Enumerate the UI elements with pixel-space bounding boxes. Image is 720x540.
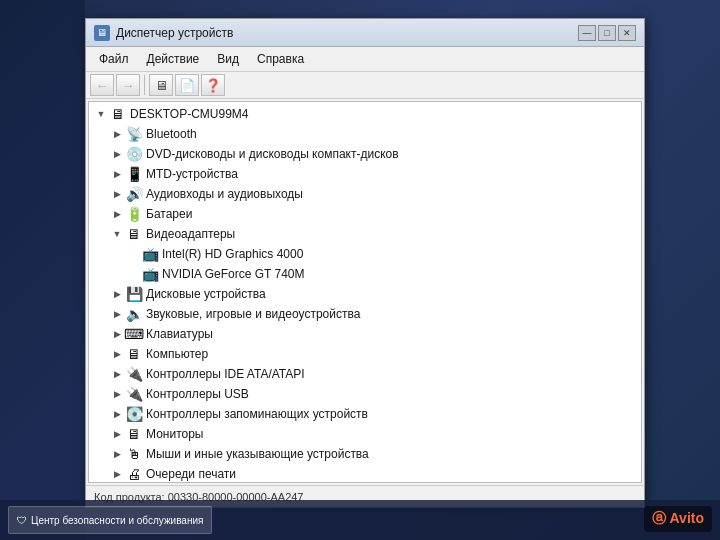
tree-item-label: Мониторы bbox=[146, 427, 203, 441]
tree-item-label: DVD-дисководы и дисководы компакт-дисков bbox=[146, 147, 399, 161]
content-area: ▼ 🖥 DESKTOP-CMU99M4 ▶ 📡 Bluetooth ▶ 💿 DV… bbox=[86, 99, 644, 485]
tree-item[interactable]: ▶ 🔌 Контроллеры IDE ATA/ATAPI bbox=[91, 364, 639, 384]
computer-button[interactable]: 🖥 bbox=[149, 74, 173, 96]
tree-item-label: NVIDIA GeForce GT 740M bbox=[162, 267, 305, 281]
menu-bar: Файл Действие Вид Справка bbox=[86, 47, 644, 72]
tree-toggle[interactable]: ▶ bbox=[109, 126, 125, 142]
taskbar-item-security[interactable]: 🛡 Центр безопасности и обслуживания bbox=[8, 506, 212, 534]
tree-item-icon: 🔌 bbox=[125, 366, 143, 382]
tree-item[interactable]: ▶ ⌨ Клавиатуры bbox=[91, 324, 639, 344]
tree-item[interactable]: ▶ 🖥 Компьютер bbox=[91, 344, 639, 364]
tree-item-label: Компьютер bbox=[146, 347, 208, 361]
taskbar-icon: 🛡 bbox=[17, 515, 27, 526]
tree-item-icon: 🖥 bbox=[125, 226, 143, 242]
tree-item[interactable]: 📺 NVIDIA GeForce GT 740M bbox=[91, 264, 639, 284]
menu-help[interactable]: Справка bbox=[248, 49, 313, 69]
tree-item-icon: 🔊 bbox=[125, 186, 143, 202]
tree-item-label: Батареи bbox=[146, 207, 192, 221]
window-icon: 🖥 bbox=[94, 25, 110, 41]
device-tree[interactable]: ▼ 🖥 DESKTOP-CMU99M4 ▶ 📡 Bluetooth ▶ 💿 DV… bbox=[88, 101, 642, 483]
tree-toggle[interactable]: ▶ bbox=[109, 286, 125, 302]
menu-action[interactable]: Действие bbox=[138, 49, 209, 69]
tree-toggle[interactable]: ▶ bbox=[109, 426, 125, 442]
tree-item[interactable]: ▶ 💽 Контроллеры запоминающих устройств bbox=[91, 404, 639, 424]
close-button[interactable]: ✕ bbox=[618, 25, 636, 41]
taskbar: 🛡 Центр безопасности и обслуживания bbox=[0, 500, 720, 540]
tree-toggle[interactable]: ▼ bbox=[109, 226, 125, 242]
tree-item-label: Мыши и иные указывающие устройства bbox=[146, 447, 369, 461]
taskbar-label: Центр безопасности и обслуживания bbox=[31, 515, 203, 526]
avito-badge: ⓐ Avito bbox=[644, 506, 712, 532]
tree-item-icon: 🖱 bbox=[125, 446, 143, 462]
menu-file[interactable]: Файл bbox=[90, 49, 138, 69]
tree-toggle[interactable]: ▶ bbox=[109, 186, 125, 202]
minimize-button[interactable]: — bbox=[578, 25, 596, 41]
tree-item-icon: 🖥 bbox=[125, 346, 143, 362]
root-label: DESKTOP-CMU99M4 bbox=[130, 107, 248, 121]
title-bar: 🖥 Диспетчер устройств — □ ✕ bbox=[86, 19, 644, 47]
tree-root[interactable]: ▼ 🖥 DESKTOP-CMU99M4 bbox=[91, 104, 639, 124]
tree-toggle[interactable]: ▶ bbox=[109, 146, 125, 162]
tree-item-label: Bluetooth bbox=[146, 127, 197, 141]
tree-toggle[interactable]: ▶ bbox=[109, 326, 125, 342]
tree-item[interactable]: ▼ 🖥 Видеоадаптеры bbox=[91, 224, 639, 244]
tree-item-label: Очереди печати bbox=[146, 467, 236, 481]
tree-toggle[interactable]: ▶ bbox=[109, 386, 125, 402]
toolbar-separator bbox=[144, 75, 145, 95]
tree-item-icon: 📡 bbox=[125, 126, 143, 142]
tree-toggle[interactable]: ▶ bbox=[109, 446, 125, 462]
tree-item[interactable]: ▶ 💾 Дисковые устройства bbox=[91, 284, 639, 304]
tree-item[interactable]: 📺 Intel(R) HD Graphics 4000 bbox=[91, 244, 639, 264]
tree-toggle[interactable]: ▶ bbox=[109, 166, 125, 182]
tree-toggle[interactable]: ▶ bbox=[109, 306, 125, 322]
tree-item-icon: ⌨ bbox=[125, 326, 143, 342]
tree-toggle[interactable]: ▶ bbox=[109, 346, 125, 362]
tree-item-icon: 📺 bbox=[141, 266, 159, 282]
tree-item-icon: 🖨 bbox=[125, 466, 143, 482]
tree-item[interactable]: ▶ 🖱 Мыши и иные указывающие устройства bbox=[91, 444, 639, 464]
tree-toggle[interactable]: ▶ bbox=[109, 206, 125, 222]
tree-item-icon: 🔈 bbox=[125, 306, 143, 322]
tree-toggle-empty bbox=[125, 246, 141, 262]
device-manager-window: 🖥 Диспетчер устройств — □ ✕ Файл Действи… bbox=[85, 18, 645, 508]
toolbar: ← → 🖥 📄 ❓ bbox=[86, 72, 644, 99]
forward-button[interactable]: → bbox=[116, 74, 140, 96]
root-icon: 🖥 bbox=[109, 106, 127, 122]
back-button[interactable]: ← bbox=[90, 74, 114, 96]
tree-item-icon: 💽 bbox=[125, 406, 143, 422]
properties-button[interactable]: 📄 bbox=[175, 74, 199, 96]
tree-item[interactable]: ▶ 🔋 Батареи bbox=[91, 204, 639, 224]
tree-toggle[interactable]: ▶ bbox=[109, 406, 125, 422]
tree-item-icon: 📺 bbox=[141, 246, 159, 262]
tree-item-label: Контроллеры IDE ATA/ATAPI bbox=[146, 367, 305, 381]
tree-toggle[interactable]: ▶ bbox=[109, 366, 125, 382]
tree-item-icon: 🔌 bbox=[125, 386, 143, 402]
tree-item[interactable]: ▶ 🖥 Мониторы bbox=[91, 424, 639, 444]
tree-item[interactable]: ▶ 🔊 Аудиовходы и аудиовыходы bbox=[91, 184, 639, 204]
tree-item-icon: 💾 bbox=[125, 286, 143, 302]
tree-item[interactable]: ▶ 🔈 Звуковые, игровые и видеоустройства bbox=[91, 304, 639, 324]
tree-item-icon: 🖥 bbox=[125, 426, 143, 442]
tree-item-icon: 💿 bbox=[125, 146, 143, 162]
menu-view[interactable]: Вид bbox=[208, 49, 248, 69]
tree-item-label: Клавиатуры bbox=[146, 327, 213, 341]
tree-item[interactable]: ▶ 📡 Bluetooth bbox=[91, 124, 639, 144]
tree-item-label: Аудиовходы и аудиовыходы bbox=[146, 187, 303, 201]
help-button[interactable]: ❓ bbox=[201, 74, 225, 96]
tree-item-label: MTD-устройства bbox=[146, 167, 238, 181]
window-controls: — □ ✕ bbox=[578, 25, 636, 41]
tree-item[interactable]: ▶ 🔌 Контроллеры USB bbox=[91, 384, 639, 404]
tree-items: ▶ 📡 Bluetooth ▶ 💿 DVD-дисководы и дисков… bbox=[91, 124, 639, 483]
tree-item-icon: 📱 bbox=[125, 166, 143, 182]
maximize-button[interactable]: □ bbox=[598, 25, 616, 41]
tree-item[interactable]: ▶ 📱 MTD-устройства bbox=[91, 164, 639, 184]
tree-item[interactable]: ▶ 💿 DVD-дисководы и дисководы компакт-ди… bbox=[91, 144, 639, 164]
tree-item-label: Контроллеры запоминающих устройств bbox=[146, 407, 368, 421]
tree-toggle[interactable]: ▶ bbox=[109, 466, 125, 482]
root-toggle[interactable]: ▼ bbox=[93, 106, 109, 122]
tree-item[interactable]: ▶ 🖨 Очереди печати bbox=[91, 464, 639, 483]
tree-toggle-empty bbox=[125, 266, 141, 282]
tree-item-label: Звуковые, игровые и видеоустройства bbox=[146, 307, 360, 321]
desktop-corner bbox=[0, 0, 85, 540]
tree-item-label: Контроллеры USB bbox=[146, 387, 249, 401]
